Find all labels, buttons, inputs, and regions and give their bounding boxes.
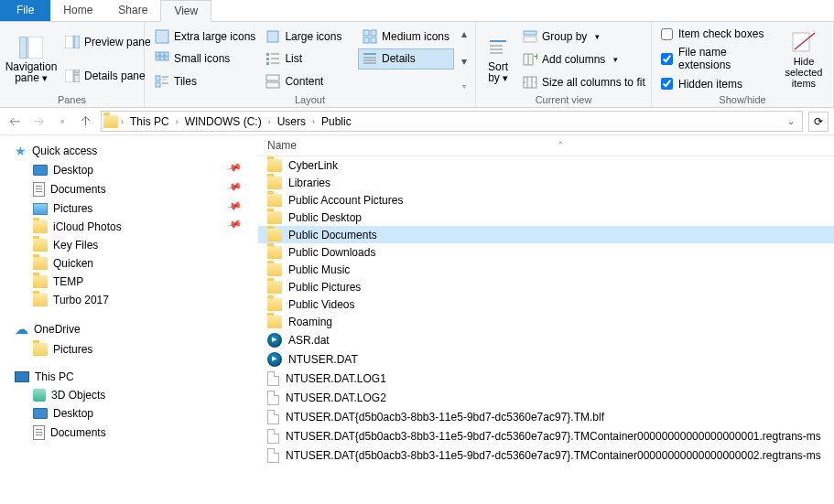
nav-keyfiles[interactable]: Key Files	[0, 236, 258, 254]
crumb-thispc[interactable]: This PC	[126, 113, 173, 130]
folder-icon	[267, 316, 282, 328]
file-list: Name ˄ CyberLinkLibrariesPublic Account …	[258, 135, 834, 504]
file-row[interactable]: NTUSER.DAT	[258, 349, 834, 369]
file-row[interactable]: Public Pictures	[258, 278, 834, 295]
group-currentview: Sort by ▾ Group by▾ +Add columns▾ Size a…	[476, 22, 652, 107]
desktop-icon	[33, 408, 48, 419]
folder-icon	[267, 246, 282, 259]
layout-tiles[interactable]: Tiles	[150, 70, 260, 92]
file-row[interactable]: Public Account Pictures	[258, 191, 834, 209]
nav-3dobjects[interactable]: 3D Objects	[0, 386, 258, 404]
svg-rect-1	[28, 37, 43, 59]
nav-onedrive[interactable]: ☁OneDrive	[0, 318, 258, 340]
nav-quicken[interactable]: Quicken	[0, 254, 258, 273]
layout-content[interactable]: Content	[261, 70, 357, 92]
file-row[interactable]: Public Music	[258, 261, 834, 278]
nav-quick-access[interactable]: ★Quick access	[0, 141, 258, 161]
tab-file[interactable]: File	[0, 0, 50, 21]
tab-view[interactable]: View	[160, 0, 211, 22]
group-panes: Navigation pane ▾ Preview pane Details p…	[0, 22, 145, 107]
chk-hidden-items[interactable]: Hidden items	[657, 76, 776, 92]
navigation-pane-button[interactable]: Navigation pane ▾	[5, 26, 57, 92]
sort-by-button[interactable]: Sort by ▾	[482, 26, 514, 92]
nav-desktop[interactable]: Desktop📌	[0, 161, 258, 179]
nav-documents[interactable]: Documents📌	[0, 179, 258, 199]
file-row[interactable]: CyberLink	[258, 156, 834, 174]
layout-extra-large[interactable]: Extra large icons	[150, 26, 260, 48]
chevron-right-icon[interactable]: ›	[311, 117, 316, 126]
file-row[interactable]: Public Desktop	[258, 209, 834, 226]
group-by-button[interactable]: Group by▾	[518, 27, 650, 46]
file-row[interactable]: NTUSER.DAT{d5b0acb3-8bb3-11e5-9bd7-dc536…	[258, 445, 834, 465]
folder-icon	[267, 281, 282, 294]
nav-od-pictures[interactable]: Pictures	[0, 340, 258, 359]
navpane-icon	[16, 36, 46, 59]
file-row[interactable]: Public Documents	[258, 226, 834, 243]
breadcrumb[interactable]: › This PC › WINDOWS (C:) › Users › Publi…	[101, 111, 803, 132]
crumb-drive[interactable]: WINDOWS (C:)	[181, 113, 265, 130]
crumb-public[interactable]: Public	[318, 113, 355, 130]
pin-icon: 📌	[226, 177, 255, 200]
svg-rect-9	[267, 31, 278, 42]
layout-small[interactable]: Small icons	[150, 48, 260, 70]
recent-dropdown[interactable]: ▾	[53, 113, 71, 131]
chk-filename-ext[interactable]: File name extensions	[657, 44, 776, 73]
add-columns-button[interactable]: +Add columns▾	[518, 50, 650, 69]
file-row[interactable]: NTUSER.DAT{d5b0acb3-8bb3-11e5-9bd7-dc536…	[258, 426, 834, 445]
chevron-right-icon[interactable]: ›	[175, 117, 179, 126]
size-columns-button[interactable]: Size all columns to fit	[518, 73, 650, 91]
details-pane-button[interactable]: Details pane	[60, 67, 156, 85]
svg-rect-2	[65, 36, 73, 48]
sort-icon	[483, 36, 513, 59]
md-icon	[363, 29, 377, 44]
layout-scroll[interactable]: ▴▾▿	[458, 26, 470, 92]
file-row[interactable]: NTUSER.DAT.LOG2	[258, 388, 834, 407]
nav-pc-documents[interactable]: Documents	[0, 423, 258, 443]
file-name: CyberLink	[288, 159, 338, 172]
layout-large[interactable]: Large icons	[261, 26, 357, 48]
svg-rect-35	[266, 75, 279, 80]
tab-share[interactable]: Share	[105, 0, 160, 21]
preview-icon	[65, 35, 80, 49]
layout-details[interactable]: Details	[358, 48, 454, 70]
folder-icon	[33, 294, 48, 306]
file-row[interactable]: Public Videos	[258, 295, 834, 313]
layout-list[interactable]: List	[261, 48, 357, 70]
addr-dropdown[interactable]: ⌄	[782, 116, 800, 126]
back-button[interactable]: 🡠	[5, 113, 24, 131]
svg-rect-0	[19, 37, 27, 59]
file-row[interactable]: ASR.dat	[258, 330, 834, 349]
folder-icon	[267, 194, 282, 207]
chk-item-checkboxes[interactable]: Item check boxes	[657, 26, 776, 42]
nav-turbo[interactable]: Turbo 2017	[0, 291, 258, 309]
tab-home[interactable]: Home	[50, 0, 105, 21]
nav-pc-desktop[interactable]: Desktop	[0, 404, 258, 423]
crumb-users[interactable]: Users	[274, 113, 309, 130]
file-name: Public Videos	[288, 298, 355, 311]
layout-medium[interactable]: Medium icons	[358, 26, 454, 48]
nav-pictures[interactable]: Pictures📌	[0, 199, 258, 218]
nav-icloud[interactable]: iCloud Photos📌	[0, 218, 258, 236]
folder-icon	[267, 177, 282, 189]
folder-icon	[103, 114, 118, 129]
preview-pane-button[interactable]: Preview pane	[60, 33, 156, 51]
nav-thispc[interactable]: This PC	[0, 368, 258, 386]
file-row[interactable]: NTUSER.DAT{d5b0acb3-8bb3-11e5-9bd7-dc536…	[258, 407, 834, 426]
nav-temp[interactable]: TEMP	[0, 273, 258, 291]
file-name: ASR.dat	[288, 334, 330, 347]
hide-selected-button[interactable]: Hide selected items	[780, 26, 828, 92]
file-row[interactable]: Public Downloads	[258, 243, 834, 261]
up-button[interactable]: 🡡	[77, 113, 95, 131]
file-row[interactable]: NTUSER.DAT.LOG1	[258, 369, 834, 388]
chevron-right-icon[interactable]: ›	[267, 117, 272, 126]
chevron-right-icon[interactable]: ›	[120, 117, 125, 126]
file-row[interactable]: Libraries	[258, 174, 834, 191]
forward-button[interactable]: 🡢	[29, 113, 48, 131]
file-row[interactable]: Roaming	[258, 313, 834, 330]
pc-icon	[15, 371, 29, 382]
column-header-name[interactable]: Name ˄	[258, 135, 834, 156]
refresh-button[interactable]: ⟳	[808, 112, 829, 132]
svg-rect-13	[371, 38, 376, 43]
file-icon	[267, 448, 279, 463]
svg-rect-4	[65, 70, 73, 82]
